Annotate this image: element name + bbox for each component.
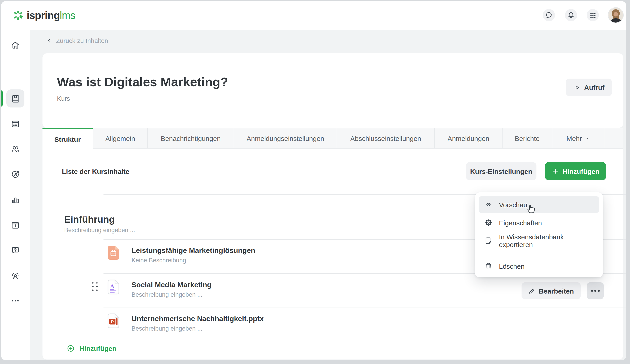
export-book-icon	[484, 237, 492, 245]
sidebar-active-indicator	[1, 90, 3, 107]
item-description[interactable]: Beschreibung eingeben ...	[132, 325, 264, 332]
breadcrumb[interactable]: Zurück zu Inhalten	[46, 37, 108, 44]
section-description-placeholder[interactable]: Beschreibung eingeben ...	[64, 227, 135, 234]
item-title[interactable]: Unternehmerische Nachhaltigkeit.pptx	[132, 315, 264, 323]
book-icon	[11, 94, 20, 103]
chat-button[interactable]	[543, 9, 555, 21]
article-file-icon: A	[107, 279, 120, 295]
course-settings-button[interactable]: Kurs-Einstellungen	[466, 162, 536, 180]
edit-button[interactable]: Bearbeiten	[522, 282, 581, 299]
tab-berichte[interactable]: Berichte	[502, 128, 552, 149]
chat-icon	[545, 11, 553, 19]
tab-overflow-spacer	[604, 128, 623, 149]
menu-divider	[480, 255, 598, 255]
tab-anmeldungseinstellungen[interactable]: Anmeldungseinstellungen	[234, 128, 337, 149]
sidebar-item-support[interactable]	[11, 271, 20, 280]
app-grid-icon	[589, 11, 596, 19]
support-person-icon	[11, 271, 20, 280]
logo-flower-icon	[13, 10, 24, 21]
sidebar-item-info-portal[interactable]	[11, 221, 20, 230]
item-more-button[interactable]	[586, 282, 604, 299]
target-arrow-icon	[11, 170, 20, 179]
menu-item-vorschau[interactable]: Vorschau	[478, 196, 599, 213]
question-bubble-icon	[11, 246, 20, 255]
tab-anmeldungen[interactable]: Anmeldungen	[434, 128, 502, 149]
circle-plus-icon	[67, 345, 74, 352]
tab-mehr[interactable]: Mehr	[552, 128, 604, 149]
menu-item-export-wissensdatenbank[interactable]: In Wissensdatenbank exportieren	[478, 232, 599, 249]
bell-icon	[567, 11, 575, 19]
notifications-button[interactable]	[565, 9, 577, 21]
add-item-link[interactable]: Hinzufügen	[67, 345, 116, 352]
list-item[interactable]: Social Media Marketing Beschreibung eing…	[132, 281, 212, 298]
menu-item-eigenschaften[interactable]: Eigenschaften	[478, 214, 599, 231]
sidebar-item-calendar[interactable]	[11, 119, 20, 128]
eye-icon	[484, 201, 492, 209]
sidebar-item-reports[interactable]	[11, 195, 20, 204]
menu-item-loeschen[interactable]: Löschen	[478, 257, 599, 275]
tab-allgemein[interactable]: Allgemein	[93, 128, 148, 149]
powerpoint-file-icon: P	[107, 313, 120, 329]
caret-down-icon	[584, 136, 590, 141]
pencil-icon	[528, 288, 535, 294]
course-type-label: Kurs	[57, 95, 70, 102]
ellipsis-icon	[11, 296, 20, 305]
item-description[interactable]: Beschreibung eingeben ...	[132, 291, 212, 298]
svg-text:A: A	[110, 283, 114, 289]
back-link-label: Zurück zu Inhalten	[56, 37, 108, 44]
avatar-photo	[608, 8, 623, 22]
tab-benachrichtigungen[interactable]: Benachrichtigungen	[147, 128, 234, 149]
call-button[interactable]: Aufruf	[566, 79, 612, 96]
home-icon	[11, 41, 20, 50]
tab-struktur[interactable]: Struktur	[42, 128, 93, 149]
divider	[104, 308, 626, 308]
top-bar: ispringlms	[1, 1, 626, 30]
plus-icon	[552, 168, 559, 175]
item-title[interactable]: Social Media Marketing	[132, 281, 212, 289]
user-avatar[interactable]	[608, 8, 623, 22]
ispring-lms-app: ispringlms	[1, 1, 626, 361]
item-description[interactable]: Keine Beschreibung	[132, 257, 255, 264]
drag-handle[interactable]	[92, 282, 98, 291]
ellipsis-icon	[591, 290, 593, 292]
bar-chart-icon	[11, 195, 20, 204]
section-title[interactable]: Einführung	[64, 214, 115, 225]
item-title[interactable]: Leistungsfähige Marketinglösungen	[132, 247, 255, 255]
play-icon	[573, 84, 580, 91]
sidebar-item-courses[interactable]	[11, 94, 20, 103]
sidebar-item-goals[interactable]	[11, 170, 20, 179]
call-button-label: Aufruf	[584, 83, 604, 91]
content-list-title: Liste der Kursinhalte	[62, 168, 129, 175]
info-window-icon	[11, 221, 20, 230]
add-content-button[interactable]: Hinzufügen	[545, 162, 606, 180]
page-title: Was ist Digitales Marketing?	[57, 75, 228, 89]
calendar-icon	[11, 119, 20, 128]
svg-text:P: P	[111, 320, 114, 324]
logo-text: ispringlms	[27, 9, 75, 21]
item-context-menu: Vorschau Eigenschaften In Wissensdatenba…	[475, 192, 603, 277]
list-item[interactable]: Unternehmerische Nachhaltigkeit.pptx Bes…	[132, 315, 264, 332]
screen: ispringlms	[0, 0, 630, 364]
tab-abschlusseinstellungen[interactable]: Abschlusseinstellungen	[337, 128, 435, 149]
trash-icon	[484, 262, 492, 270]
cursor-pointer-icon	[526, 202, 537, 214]
users-icon	[11, 144, 20, 154]
sidebar-item-more[interactable]	[11, 296, 20, 305]
app-grid-button[interactable]	[586, 9, 599, 21]
course-header-card: Was ist Digitales Marketing? Kurs Aufruf	[42, 53, 623, 128]
add-item-link-label: Hinzufügen	[80, 345, 116, 352]
sidebar-item-users[interactable]	[11, 144, 20, 154]
list-item[interactable]: Leistungsfähige Marketinglösungen Keine …	[132, 247, 255, 264]
sidebar-item-home[interactable]	[11, 41, 20, 50]
sidebar-item-help[interactable]	[11, 246, 20, 255]
sidebar	[1, 30, 30, 361]
ispring-lms-logo[interactable]: ispringlms	[13, 1, 75, 30]
gear-icon	[484, 219, 492, 227]
interaction-file-icon	[107, 245, 120, 261]
chevron-left-icon	[46, 37, 52, 44]
